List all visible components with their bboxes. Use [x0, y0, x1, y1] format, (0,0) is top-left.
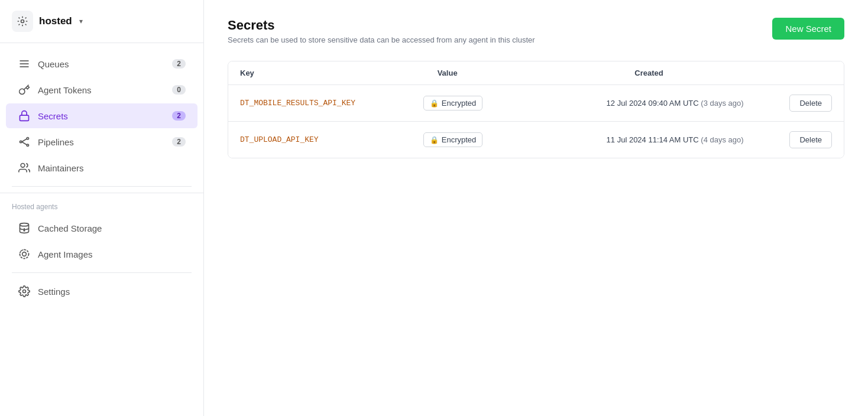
- maintainers-icon: [18, 161, 31, 174]
- svg-point-11: [20, 223, 29, 226]
- table-row: DT_MOBILE_RESULTS_API_KEY 🔒 Encrypted 12…: [228, 85, 844, 122]
- secret-key-2: DT_UPLOAD_API_KEY: [240, 135, 423, 144]
- svg-point-10: [21, 164, 25, 168]
- value-cell-2: 🔒 Encrypted: [423, 132, 607, 147]
- delete-button-1[interactable]: Delete: [789, 95, 832, 112]
- queues-label: Queues: [38, 59, 165, 69]
- table-header: Key Value Created: [228, 61, 844, 85]
- col-header-value: Value: [438, 69, 635, 77]
- svg-point-7: [27, 144, 28, 146]
- sidebar-item-cached-storage[interactable]: Cached Storage: [6, 216, 197, 240]
- settings-label: Settings: [38, 287, 186, 297]
- sidebar-item-secrets[interactable]: Secrets 2: [6, 103, 197, 128]
- cached-storage-label: Cached Storage: [38, 223, 186, 233]
- queues-badge: 2: [172, 59, 186, 69]
- queues-icon: [18, 57, 31, 70]
- nav-divider: [12, 186, 192, 187]
- encrypted-badge-2: 🔒 Encrypted: [423, 132, 483, 147]
- value-cell-1: 🔒 Encrypted: [423, 96, 607, 110]
- page-subtitle: Secrets can be used to store sensitive d…: [228, 35, 535, 44]
- encrypted-label-1: Encrypted: [442, 99, 477, 108]
- created-ago-1: (3 days ago): [701, 99, 743, 108]
- svg-point-6: [27, 138, 28, 139]
- svg-point-12: [24, 230, 25, 231]
- main-nav: Queues 2 Agent Tokens 0 Secrets 2: [0, 43, 203, 416]
- page-title-group: Secrets Secrets can be used to store sen…: [228, 18, 535, 44]
- created-ago-2: (4 days ago): [701, 135, 743, 144]
- actions-cell-1: Delete: [789, 95, 832, 112]
- lock-icon-2: 🔒: [430, 136, 439, 144]
- secret-key-1: DT_MOBILE_RESULTS_API_KEY: [240, 99, 423, 108]
- org-name: hosted: [39, 15, 72, 27]
- pipelines-icon: [18, 135, 31, 148]
- sidebar: hosted ▾ Queues 2 Agent Tokens 0: [0, 0, 204, 416]
- lock-icon-1: 🔒: [430, 99, 439, 108]
- created-date-2: 11 Jul 2024 11:14 AM UTC: [607, 135, 699, 144]
- main-content: Secrets Secrets can be used to store sen…: [204, 0, 868, 416]
- maintainers-label: Maintainers: [38, 163, 186, 173]
- agent-tokens-icon: [18, 83, 31, 96]
- hosted-agents-section-label: Hosted agents: [0, 193, 203, 214]
- agent-images-icon: [18, 248, 31, 261]
- svg-line-9: [22, 142, 27, 145]
- sidebar-item-maintainers[interactable]: Maintainers: [6, 155, 197, 180]
- secrets-label: Secrets: [38, 111, 165, 121]
- col-header-created: Created: [634, 69, 832, 77]
- created-cell-2: 11 Jul 2024 11:14 AM UTC (4 days ago): [607, 135, 790, 144]
- encrypted-badge-1: 🔒 Encrypted: [423, 96, 483, 110]
- agent-tokens-label: Agent Tokens: [38, 85, 165, 95]
- cached-storage-icon: [18, 222, 31, 235]
- svg-point-5: [20, 141, 22, 142]
- svg-line-8: [22, 139, 27, 142]
- org-switcher[interactable]: hosted ▾: [0, 0, 203, 43]
- sidebar-item-agent-images[interactable]: Agent Images: [6, 242, 197, 266]
- page-header: Secrets Secrets can be used to store sen…: [228, 18, 844, 44]
- sidebar-item-settings[interactable]: Settings: [6, 279, 197, 304]
- actions-cell-2: Delete: [789, 131, 832, 148]
- col-header-key: Key: [240, 69, 438, 77]
- secrets-icon: [18, 109, 31, 122]
- new-secret-button[interactable]: New Secret: [772, 18, 844, 40]
- encrypted-label-2: Encrypted: [442, 135, 477, 144]
- sidebar-item-queues[interactable]: Queues 2: [6, 51, 197, 76]
- sidebar-item-pipelines[interactable]: Pipelines 2: [6, 129, 197, 154]
- page-title: Secrets: [228, 18, 535, 33]
- delete-button-2[interactable]: Delete: [789, 131, 832, 148]
- table-row: DT_UPLOAD_API_KEY 🔒 Encrypted 11 Jul 202…: [228, 122, 844, 158]
- svg-point-0: [21, 20, 24, 23]
- chevron-down-icon: ▾: [79, 17, 83, 25]
- pipelines-badge: 2: [172, 137, 186, 147]
- svg-rect-4: [20, 115, 29, 121]
- agent-images-label: Agent Images: [38, 249, 186, 259]
- nav-divider-2: [12, 272, 192, 273]
- secrets-table: Key Value Created DT_MOBILE_RESULTS_API_…: [228, 61, 844, 158]
- secrets-badge: 2: [172, 111, 186, 121]
- created-date-1: 12 Jul 2024 09:40 AM UTC: [607, 99, 699, 108]
- svg-point-15: [23, 290, 26, 293]
- org-logo: [12, 11, 33, 32]
- agent-tokens-badge: 0: [172, 85, 186, 95]
- pipelines-label: Pipelines: [38, 137, 165, 147]
- svg-point-13: [22, 252, 27, 256]
- sidebar-item-agent-tokens[interactable]: Agent Tokens 0: [6, 77, 197, 102]
- settings-icon: [18, 285, 31, 298]
- created-cell-1: 12 Jul 2024 09:40 AM UTC (3 days ago): [607, 99, 790, 108]
